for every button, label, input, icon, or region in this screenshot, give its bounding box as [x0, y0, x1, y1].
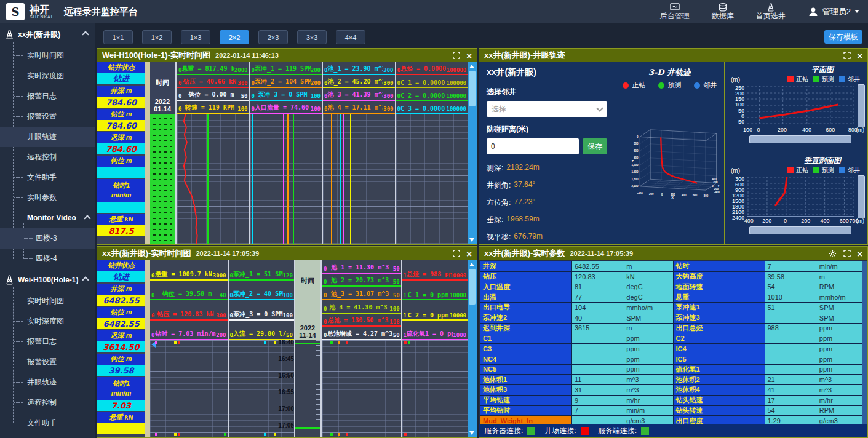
legend-dot-drilling [623, 82, 629, 89]
chart-title: 平面图 [725, 65, 867, 75]
neighbor-select[interactable]: 选择 [487, 101, 607, 117]
layout-3x3-button[interactable]: 3×3 [297, 30, 327, 44]
layout-2x2-button[interactable]: 2×2 [220, 30, 249, 44]
table-row: NC5ppm硫化氢1ppm [480, 365, 866, 375]
svg-text:1,500: 1,500 [631, 170, 639, 173]
save-template-button[interactable]: 保存模板 [824, 30, 862, 44]
sidebar-item-camera-4f-4[interactable]: 四楼-4 [0, 249, 95, 269]
sidebar-item-alarm-settings[interactable]: 报警设置 [0, 106, 95, 127]
chart-legend: (m) 正钻 预测 邻井 [731, 75, 860, 84]
scrollbar-thumb[interactable] [469, 71, 476, 106]
vertical-section-line [775, 177, 787, 206]
param-value: 6482.55 [97, 318, 145, 329]
y-axis-labels: 30060090012001500180021002400 [726, 177, 744, 216]
param-scroll-strip[interactable] [145, 62, 150, 244]
trajectory-3d-plot: 0 300 600 900 1,200 1,500 1,800 2,100 Z … [615, 90, 724, 235]
expand-icon[interactable] [452, 250, 460, 258]
activity-bar [295, 427, 320, 429]
sidebar-item-alarm-log[interactable]: 报警日志 [0, 86, 95, 106]
param-value: 784.60 [97, 143, 145, 154]
layout-2x3-button[interactable]: 2×3 [258, 30, 288, 44]
curve-column-1: 0悬重 = 817.49 kN2000 0钻压 = 40.66 kN300 0钩… [176, 62, 249, 244]
param-scroll-strip[interactable] [145, 260, 150, 437]
sidebar: xx井(新井眼) 实时时间图 实时深度图 报警日志 报警设置 井眼轨迹 远程控制… [0, 23, 95, 438]
param-column: 钻井状态钻进 井深 m6482.55 钻位 m6482.55 迟深 m3614.… [97, 260, 145, 437]
sidebar-well2-root[interactable]: Wei-H100(Hole-1) [0, 269, 95, 291]
vertical-scrollbar[interactable] [858, 175, 865, 218]
curve-track [323, 114, 395, 244]
layout-4x4-button[interactable]: 4×4 [336, 30, 365, 44]
curve-track [396, 114, 468, 244]
sidebar-item-realtime-time-chart[interactable]: 实时时间图 [0, 46, 95, 66]
param-label: 钻位 m [97, 109, 145, 120]
nav-database[interactable]: 数据库 [712, 3, 734, 20]
curve-header: 0泵冲_1 = 119 SPM200 [250, 62, 322, 75]
status-green-indicator [527, 427, 535, 435]
time-column: 时间 2022 01-14 [150, 62, 176, 244]
sidebar-item-realtime-params[interactable]: 实时参数 [0, 188, 95, 208]
close-icon[interactable]: × [857, 249, 862, 258]
sidebar-item-well-trajectory[interactable]: 井眼轨迹 [0, 127, 95, 147]
horizontal-scrollbar[interactable] [749, 226, 851, 234]
gear-icon[interactable] [829, 250, 837, 258]
curve-header: 0总池 = 130.50 m^3198 [322, 314, 401, 327]
sidebar-item-file-assistant-2[interactable]: 文件助手 [0, 413, 95, 433]
sidebar-item-well-trajectory-2[interactable]: 井眼轨迹 [0, 372, 95, 392]
nav-backend-admin[interactable]: 后台管理 [660, 3, 690, 20]
expand-icon[interactable] [452, 52, 460, 60]
sidebar-item-realtime-depth-chart-2[interactable]: 实时深度图 [0, 311, 95, 332]
panel-br-params: xx井(新井眼)-实时参数 2022-11-14 17:05:39 × 井深64… [479, 246, 868, 438]
curve-header: 0池_1 = 23.90 m^3300 [323, 62, 395, 75]
vertical-scrollbar[interactable] [862, 261, 867, 426]
layout-1x2-button[interactable]: 1×2 [142, 30, 172, 44]
sidebar-item-remote-control[interactable]: 远程控制 [0, 147, 95, 167]
sidebar-item-alarm-settings-2[interactable]: 报警设置 [0, 352, 95, 372]
vertical-scrollbar[interactable] [468, 260, 477, 437]
trajectory-3d-chart: 3-D 井轨迹 正钻 预测 邻井 0 300 600 [615, 62, 724, 244]
stat-md: 测深:2182.24m [487, 163, 607, 173]
database-icon [718, 3, 728, 12]
expand-icon[interactable] [843, 250, 851, 258]
vertical-scrollbar[interactable] [468, 62, 477, 244]
sidebar-item-file-assistant[interactable]: 文件助手 [0, 167, 95, 188]
param-label: 钻井状态 [97, 260, 145, 271]
derrick-icon [5, 275, 14, 285]
legend-square-drilling [787, 167, 794, 173]
svg-text:2,100: 2,100 [631, 185, 639, 188]
sidebar-item-remote-control-2[interactable]: 远程控制 [0, 392, 95, 413]
vertical-scrollbar[interactable] [858, 84, 865, 127]
collision-distance-input[interactable]: 0 [487, 138, 579, 154]
derrick-icon [766, 3, 776, 12]
scrollbar-thumb[interactable] [469, 269, 476, 305]
user-menu[interactable]: 管理员2 [808, 6, 859, 17]
svg-text:0: 0 [637, 135, 639, 138]
nav-home-well-select[interactable]: 首页选井 [756, 3, 786, 20]
curve-header: 1C_2 = 0 ppm10000 [402, 300, 468, 321]
app-title: 远程录井监控平台 [64, 6, 138, 18]
sidebar-item-camera-4f-3[interactable]: 四楼-3 [0, 228, 95, 249]
svg-text:600: 600 [634, 149, 639, 153]
curve-column-1: 0悬重 = 1009.7 kN3000 0钩位 = 39.58 m40 0钻压 … [150, 260, 228, 437]
svg-text:1,800: 1,800 [631, 178, 639, 181]
sidebar-item-realtime-time-chart-2[interactable]: 实时时间图 [0, 291, 95, 311]
stat-tvd: 垂深:1968.59m [487, 215, 607, 225]
close-icon[interactable]: × [466, 51, 472, 60]
monitor-icon [670, 3, 680, 12]
save-distance-button[interactable]: 保存 [583, 138, 607, 154]
curve-track [322, 340, 401, 437]
layout-1x3-button[interactable]: 1×3 [181, 30, 210, 44]
sidebar-item-realtime-depth-chart[interactable]: 实时深度图 [0, 66, 95, 86]
close-icon[interactable]: × [466, 249, 472, 258]
horizontal-scrollbar[interactable] [749, 135, 851, 143]
close-icon[interactable]: × [857, 51, 862, 60]
panel-header: Wei-H100(Hole-1)-实时时间图 2022-01-14 11:46:… [97, 49, 477, 62]
sidebar-item-monitor-video[interactable]: Monitor Video [0, 208, 95, 228]
collision-distance-label: 防碰距离(米) [487, 124, 607, 135]
expand-icon[interactable] [843, 52, 851, 60]
vertical-section-plot [747, 177, 854, 217]
curve-header: 0C_2 = 0.0000 ppm100000 [396, 88, 468, 101]
sidebar-well1-root[interactable]: xx井(新井眼) [0, 23, 95, 46]
sidebar-item-alarm-log-2[interactable]: 报警日志 [0, 332, 95, 352]
svg-text:X: X [671, 196, 674, 199]
layout-1x1-button[interactable]: 1×1 [103, 30, 133, 44]
